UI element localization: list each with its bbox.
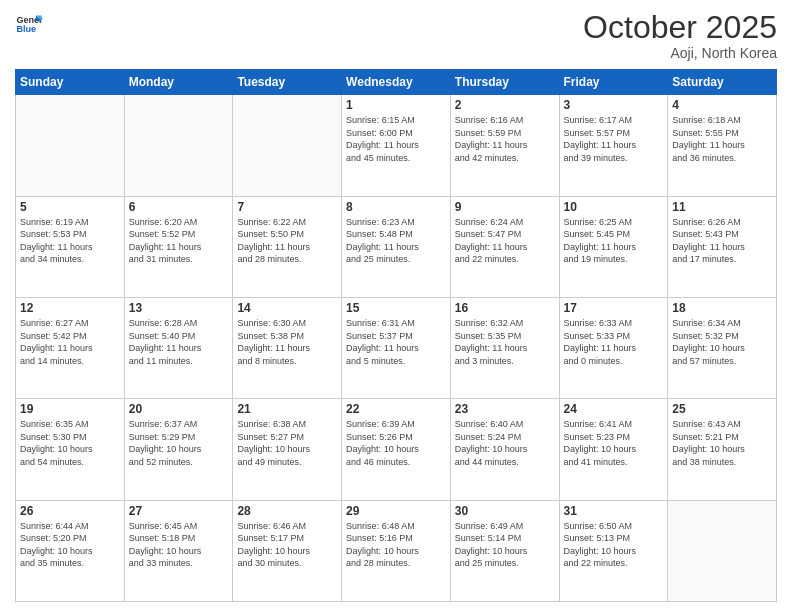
calendar-day-header: Monday bbox=[124, 70, 233, 95]
day-info: Sunrise: 6:26 AM Sunset: 5:43 PM Dayligh… bbox=[672, 216, 772, 266]
month-title: October 2025 bbox=[583, 10, 777, 45]
day-number: 27 bbox=[129, 504, 229, 518]
calendar-cell: 6Sunrise: 6:20 AM Sunset: 5:52 PM Daylig… bbox=[124, 196, 233, 297]
day-info: Sunrise: 6:43 AM Sunset: 5:21 PM Dayligh… bbox=[672, 418, 772, 468]
calendar-day-header: Friday bbox=[559, 70, 668, 95]
day-number: 5 bbox=[20, 200, 120, 214]
location: Aoji, North Korea bbox=[583, 45, 777, 61]
day-number: 20 bbox=[129, 402, 229, 416]
day-number: 23 bbox=[455, 402, 555, 416]
calendar-cell: 25Sunrise: 6:43 AM Sunset: 5:21 PM Dayli… bbox=[668, 399, 777, 500]
day-number: 14 bbox=[237, 301, 337, 315]
day-number: 9 bbox=[455, 200, 555, 214]
calendar-week-row: 19Sunrise: 6:35 AM Sunset: 5:30 PM Dayli… bbox=[16, 399, 777, 500]
calendar-cell: 2Sunrise: 6:16 AM Sunset: 5:59 PM Daylig… bbox=[450, 95, 559, 196]
calendar-cell: 12Sunrise: 6:27 AM Sunset: 5:42 PM Dayli… bbox=[16, 297, 125, 398]
calendar-cell: 15Sunrise: 6:31 AM Sunset: 5:37 PM Dayli… bbox=[342, 297, 451, 398]
calendar-cell: 13Sunrise: 6:28 AM Sunset: 5:40 PM Dayli… bbox=[124, 297, 233, 398]
day-info: Sunrise: 6:17 AM Sunset: 5:57 PM Dayligh… bbox=[564, 114, 664, 164]
calendar-cell: 4Sunrise: 6:18 AM Sunset: 5:55 PM Daylig… bbox=[668, 95, 777, 196]
calendar-week-row: 5Sunrise: 6:19 AM Sunset: 5:53 PM Daylig… bbox=[16, 196, 777, 297]
calendar-week-row: 1Sunrise: 6:15 AM Sunset: 6:00 PM Daylig… bbox=[16, 95, 777, 196]
day-info: Sunrise: 6:48 AM Sunset: 5:16 PM Dayligh… bbox=[346, 520, 446, 570]
calendar-cell: 30Sunrise: 6:49 AM Sunset: 5:14 PM Dayli… bbox=[450, 500, 559, 601]
day-info: Sunrise: 6:25 AM Sunset: 5:45 PM Dayligh… bbox=[564, 216, 664, 266]
day-info: Sunrise: 6:35 AM Sunset: 5:30 PM Dayligh… bbox=[20, 418, 120, 468]
calendar-cell: 20Sunrise: 6:37 AM Sunset: 5:29 PM Dayli… bbox=[124, 399, 233, 500]
calendar-cell: 23Sunrise: 6:40 AM Sunset: 5:24 PM Dayli… bbox=[450, 399, 559, 500]
calendar-cell: 29Sunrise: 6:48 AM Sunset: 5:16 PM Dayli… bbox=[342, 500, 451, 601]
day-info: Sunrise: 6:38 AM Sunset: 5:27 PM Dayligh… bbox=[237, 418, 337, 468]
day-info: Sunrise: 6:23 AM Sunset: 5:48 PM Dayligh… bbox=[346, 216, 446, 266]
day-number: 16 bbox=[455, 301, 555, 315]
svg-text:Blue: Blue bbox=[16, 24, 36, 34]
day-number: 31 bbox=[564, 504, 664, 518]
day-number: 25 bbox=[672, 402, 772, 416]
calendar-cell: 11Sunrise: 6:26 AM Sunset: 5:43 PM Dayli… bbox=[668, 196, 777, 297]
calendar-cell bbox=[668, 500, 777, 601]
day-number: 22 bbox=[346, 402, 446, 416]
day-info: Sunrise: 6:18 AM Sunset: 5:55 PM Dayligh… bbox=[672, 114, 772, 164]
calendar-cell: 7Sunrise: 6:22 AM Sunset: 5:50 PM Daylig… bbox=[233, 196, 342, 297]
calendar-cell: 26Sunrise: 6:44 AM Sunset: 5:20 PM Dayli… bbox=[16, 500, 125, 601]
calendar-day-header: Sunday bbox=[16, 70, 125, 95]
day-number: 11 bbox=[672, 200, 772, 214]
calendar-cell: 16Sunrise: 6:32 AM Sunset: 5:35 PM Dayli… bbox=[450, 297, 559, 398]
day-info: Sunrise: 6:22 AM Sunset: 5:50 PM Dayligh… bbox=[237, 216, 337, 266]
calendar-cell: 19Sunrise: 6:35 AM Sunset: 5:30 PM Dayli… bbox=[16, 399, 125, 500]
calendar-cell: 18Sunrise: 6:34 AM Sunset: 5:32 PM Dayli… bbox=[668, 297, 777, 398]
calendar-cell: 8Sunrise: 6:23 AM Sunset: 5:48 PM Daylig… bbox=[342, 196, 451, 297]
calendar-day-header: Wednesday bbox=[342, 70, 451, 95]
header: General Blue October 2025 Aoji, North Ko… bbox=[15, 10, 777, 61]
calendar-cell: 3Sunrise: 6:17 AM Sunset: 5:57 PM Daylig… bbox=[559, 95, 668, 196]
day-number: 3 bbox=[564, 98, 664, 112]
day-info: Sunrise: 6:41 AM Sunset: 5:23 PM Dayligh… bbox=[564, 418, 664, 468]
calendar-cell: 1Sunrise: 6:15 AM Sunset: 6:00 PM Daylig… bbox=[342, 95, 451, 196]
calendar-day-header: Saturday bbox=[668, 70, 777, 95]
day-info: Sunrise: 6:19 AM Sunset: 5:53 PM Dayligh… bbox=[20, 216, 120, 266]
day-info: Sunrise: 6:16 AM Sunset: 5:59 PM Dayligh… bbox=[455, 114, 555, 164]
day-info: Sunrise: 6:20 AM Sunset: 5:52 PM Dayligh… bbox=[129, 216, 229, 266]
day-info: Sunrise: 6:37 AM Sunset: 5:29 PM Dayligh… bbox=[129, 418, 229, 468]
day-info: Sunrise: 6:28 AM Sunset: 5:40 PM Dayligh… bbox=[129, 317, 229, 367]
day-info: Sunrise: 6:33 AM Sunset: 5:33 PM Dayligh… bbox=[564, 317, 664, 367]
calendar-cell: 9Sunrise: 6:24 AM Sunset: 5:47 PM Daylig… bbox=[450, 196, 559, 297]
day-number: 12 bbox=[20, 301, 120, 315]
day-number: 18 bbox=[672, 301, 772, 315]
calendar-cell: 5Sunrise: 6:19 AM Sunset: 5:53 PM Daylig… bbox=[16, 196, 125, 297]
day-info: Sunrise: 6:46 AM Sunset: 5:17 PM Dayligh… bbox=[237, 520, 337, 570]
day-number: 21 bbox=[237, 402, 337, 416]
day-info: Sunrise: 6:32 AM Sunset: 5:35 PM Dayligh… bbox=[455, 317, 555, 367]
calendar-week-row: 26Sunrise: 6:44 AM Sunset: 5:20 PM Dayli… bbox=[16, 500, 777, 601]
calendar-cell: 21Sunrise: 6:38 AM Sunset: 5:27 PM Dayli… bbox=[233, 399, 342, 500]
calendar-cell: 27Sunrise: 6:45 AM Sunset: 5:18 PM Dayli… bbox=[124, 500, 233, 601]
page: General Blue October 2025 Aoji, North Ko… bbox=[0, 0, 792, 612]
calendar-day-header: Thursday bbox=[450, 70, 559, 95]
calendar-cell: 14Sunrise: 6:30 AM Sunset: 5:38 PM Dayli… bbox=[233, 297, 342, 398]
day-number: 4 bbox=[672, 98, 772, 112]
calendar-cell: 17Sunrise: 6:33 AM Sunset: 5:33 PM Dayli… bbox=[559, 297, 668, 398]
day-number: 8 bbox=[346, 200, 446, 214]
calendar-week-row: 12Sunrise: 6:27 AM Sunset: 5:42 PM Dayli… bbox=[16, 297, 777, 398]
day-info: Sunrise: 6:45 AM Sunset: 5:18 PM Dayligh… bbox=[129, 520, 229, 570]
day-info: Sunrise: 6:49 AM Sunset: 5:14 PM Dayligh… bbox=[455, 520, 555, 570]
calendar-cell: 31Sunrise: 6:50 AM Sunset: 5:13 PM Dayli… bbox=[559, 500, 668, 601]
day-number: 1 bbox=[346, 98, 446, 112]
day-number: 24 bbox=[564, 402, 664, 416]
day-number: 28 bbox=[237, 504, 337, 518]
calendar-cell bbox=[124, 95, 233, 196]
logo-icon: General Blue bbox=[15, 10, 43, 38]
day-number: 13 bbox=[129, 301, 229, 315]
calendar-cell: 28Sunrise: 6:46 AM Sunset: 5:17 PM Dayli… bbox=[233, 500, 342, 601]
day-number: 10 bbox=[564, 200, 664, 214]
calendar-cell: 24Sunrise: 6:41 AM Sunset: 5:23 PM Dayli… bbox=[559, 399, 668, 500]
day-info: Sunrise: 6:40 AM Sunset: 5:24 PM Dayligh… bbox=[455, 418, 555, 468]
day-number: 17 bbox=[564, 301, 664, 315]
title-block: October 2025 Aoji, North Korea bbox=[583, 10, 777, 61]
calendar-cell bbox=[16, 95, 125, 196]
calendar-cell: 22Sunrise: 6:39 AM Sunset: 5:26 PM Dayli… bbox=[342, 399, 451, 500]
day-info: Sunrise: 6:15 AM Sunset: 6:00 PM Dayligh… bbox=[346, 114, 446, 164]
day-number: 6 bbox=[129, 200, 229, 214]
calendar-cell: 10Sunrise: 6:25 AM Sunset: 5:45 PM Dayli… bbox=[559, 196, 668, 297]
day-info: Sunrise: 6:31 AM Sunset: 5:37 PM Dayligh… bbox=[346, 317, 446, 367]
